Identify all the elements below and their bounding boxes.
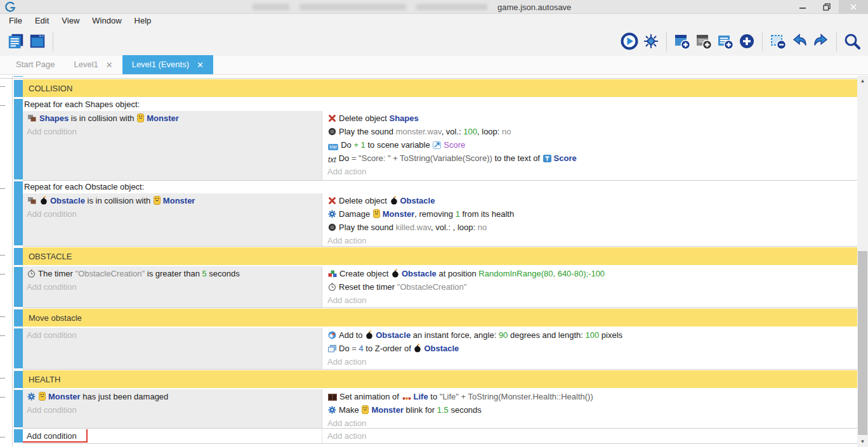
text-segment: Obstacle	[50, 196, 85, 205]
scene-editor-button[interactable]	[27, 31, 48, 53]
text-object-icon	[543, 155, 551, 162]
bomb-icon	[40, 196, 48, 205]
text-segment: Do	[339, 344, 352, 353]
text-segment: from its health	[460, 209, 514, 219]
action-line[interactable]: Set animation of Life to "Life" + ToStri…	[327, 390, 857, 403]
group-header[interactable]: HEALTH	[23, 370, 857, 388]
condition-line[interactable]: Obstacle is in collision with Monster	[23, 194, 322, 207]
preview-play-button[interactable]	[619, 31, 640, 53]
add-action-link[interactable]: Add action	[327, 355, 857, 368]
tab-close-icon[interactable]: ✕	[197, 61, 204, 69]
add-condition-link[interactable]: Add condition	[23, 280, 322, 294]
event-block: Repeat for each Shapes object:Shapes is …	[0, 98, 857, 181]
action-line[interactable]: Reset the timer "ObstacleCreation"	[327, 280, 857, 294]
fold-marker	[0, 105, 5, 106]
add-action-link[interactable]: Add action	[327, 429, 857, 443]
debug-button[interactable]	[640, 31, 662, 53]
add-action-link[interactable]: Add action	[327, 234, 857, 247]
animation-icon	[328, 394, 337, 401]
action-line[interactable]: Damage Monster, removing 1 from its heal…	[327, 207, 857, 221]
tab-level1-events[interactable]: Level1 (Events) ✕	[122, 55, 213, 74]
scrollbar-thumb[interactable]	[858, 251, 867, 435]
text-segment: killed.wav	[396, 223, 431, 232]
text-segment: 1	[456, 209, 460, 219]
group-header[interactable]: Move obstacle	[23, 309, 857, 327]
bomb-icon	[414, 344, 421, 353]
text-segment: at position	[437, 269, 479, 278]
menu-window[interactable]: Window	[86, 14, 128, 28]
menu-edit[interactable]: Edit	[29, 14, 55, 28]
add-condition-link[interactable]: Add condition	[23, 125, 322, 138]
tab-level1[interactable]: Level1 ✕	[64, 55, 122, 74]
group-header[interactable]: COLLISION	[23, 79, 857, 97]
text-segment: Monster	[163, 196, 195, 205]
vertical-scrollbar[interactable]: ▲ ▼	[857, 75, 868, 447]
action-line[interactable]: Create object Obstacle at position Rando…	[327, 267, 857, 280]
condition-line[interactable]: Monster has just been damaged	[23, 390, 322, 403]
add-condition-link[interactable]: Add condition	[23, 403, 322, 417]
scroll-down-icon[interactable]: ▼	[857, 436, 868, 447]
fold-marker	[0, 188, 5, 189]
add-action-link[interactable]: Add action	[327, 417, 857, 430]
text-segment: Score	[444, 140, 465, 150]
add-subevent-button[interactable]	[714, 31, 736, 53]
add-circle-button[interactable]	[736, 31, 758, 53]
search-button[interactable]	[841, 31, 863, 53]
tab-start-page[interactable]: Start Page	[6, 55, 64, 74]
add-condition-link[interactable]: Add condition	[23, 328, 322, 342]
add-event-button[interactable]	[671, 31, 693, 53]
text-segment: , loop:	[477, 127, 502, 136]
text-segment: pixels	[599, 330, 622, 340]
add-condition-link[interactable]: Add condition	[23, 207, 322, 221]
event-color-strip	[14, 309, 23, 327]
add-action-link[interactable]: Add action	[327, 165, 857, 178]
window-title: game.json.autosave	[253, 0, 571, 14]
monster-icon	[154, 196, 161, 205]
undo-button[interactable]	[789, 31, 810, 53]
fold-marker	[0, 316, 5, 317]
menu-help[interactable]: Help	[128, 14, 158, 28]
delete-icon	[328, 114, 336, 122]
repeat-event-header[interactable]: Repeat for each Shapes object:	[0, 98, 857, 111]
tab-close-icon[interactable]: ✕	[106, 61, 113, 69]
event-block: Add conditionAdd action	[0, 429, 857, 444]
action-line[interactable]: Make Monster blink for 1.5 seconds	[327, 403, 857, 417]
repeat-event-header[interactable]: Repeat for each Obstacle object:	[0, 181, 857, 193]
actions-cell: Set animation of Life to "Life" + ToStri…	[322, 389, 857, 428]
tabbar: Start Page Level1 ✕ Level1 (Events) ✕	[0, 56, 868, 75]
text-segment: Score	[554, 153, 577, 163]
close-button[interactable]	[839, 0, 868, 14]
var-icon: Var	[328, 139, 338, 152]
restore-button[interactable]	[815, 0, 839, 14]
add-condition-link[interactable]: Add condition	[23, 429, 322, 443]
menu-file[interactable]: File	[3, 14, 29, 28]
fold-marker	[0, 335, 5, 336]
condition-line[interactable]: The timer "ObstacleCreation" is greater …	[23, 267, 322, 280]
fold-marker	[0, 437, 5, 437]
action-line[interactable]: txtDo = "Score: " + ToString(Variable(Sc…	[327, 152, 857, 165]
text-segment: Monster	[371, 405, 404, 415]
minimize-button[interactable]	[791, 0, 815, 14]
action-line[interactable]: Play the sound monster.wav, vol.: 100, l…	[327, 125, 857, 138]
action-line[interactable]: Delete object Shapes	[327, 112, 857, 125]
redo-button[interactable]	[810, 31, 832, 53]
add-action-link[interactable]: Add action	[327, 294, 857, 307]
remove-selection-button[interactable]	[767, 31, 789, 53]
action-line[interactable]: VarDo + 1 to scene variable Score	[327, 138, 857, 152]
action-line[interactable]: Play the sound killed.wav, vol.: , loop:…	[327, 221, 857, 234]
events-list-button[interactable]	[5, 31, 27, 53]
menu-view[interactable]: View	[55, 14, 86, 28]
add-comment-button[interactable]	[693, 31, 714, 53]
text-segment: The timer	[38, 269, 76, 278]
condition-line[interactable]: Shapes is in collision with Monster	[23, 112, 322, 125]
text-segment: + 1	[353, 140, 365, 150]
group-header[interactable]: OBSTACLE	[23, 247, 857, 265]
action-line[interactable]: Do = 4 to Z-order of Obstacle	[327, 342, 857, 355]
text-segment: = "Score: " + ToString(Variable(Score))	[352, 153, 492, 163]
action-line[interactable]: Add to Obstacle an instant force, angle:…	[327, 328, 857, 342]
text-segment: 4	[358, 344, 363, 353]
action-line[interactable]: Delete object Obstacle	[327, 194, 857, 207]
scroll-up-icon[interactable]: ▲	[857, 75, 868, 86]
text-segment: 100	[463, 127, 477, 136]
text-segment: Do	[339, 153, 352, 163]
